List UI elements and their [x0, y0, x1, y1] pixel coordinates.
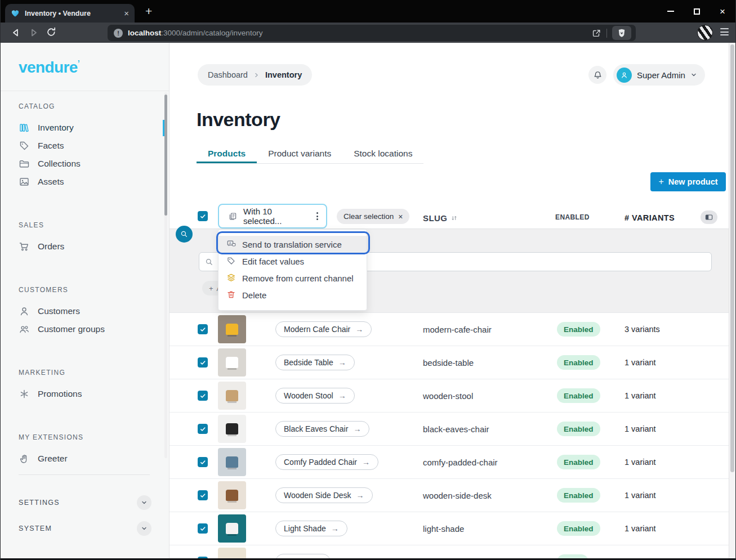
section-label: SETTINGS — [19, 499, 60, 507]
sidebar-section-system[interactable]: SYSTEM — [19, 516, 151, 541]
chevron-down-icon[interactable] — [137, 521, 151, 536]
nav-group-my-extensions: MY EXTENSIONS Greeter — [19, 433, 169, 468]
reload-button[interactable] — [46, 26, 57, 38]
breadcrumb[interactable]: Dashboard Inventory — [198, 64, 312, 86]
sidebar-item-inventory[interactable]: Inventory — [19, 119, 151, 137]
row-checkbox[interactable] — [198, 391, 208, 401]
search-fab-button[interactable] — [176, 226, 193, 243]
site-info-icon[interactable]: ! — [114, 29, 123, 38]
browser-profile-avatar[interactable] — [697, 25, 713, 41]
search-icon — [205, 258, 213, 266]
share-icon[interactable] — [591, 28, 601, 38]
row-checkbox[interactable] — [198, 357, 208, 368]
arrow-right-icon: → — [362, 458, 370, 467]
breadcrumb-dashboard[interactable]: Dashboard — [208, 70, 248, 79]
bulk-actions-menu: A Send to translation service Edit facet… — [218, 229, 367, 311]
vendure-logo: vendure’ — [19, 59, 169, 77]
sidebar-section-settings[interactable]: SETTINGS — [19, 490, 151, 516]
minimize-button[interactable] — [658, 0, 684, 23]
menu-item-remove-from-channel[interactable]: Remove from current channel — [218, 270, 367, 286]
sidebar-item-collections[interactable]: Collections — [19, 155, 151, 173]
product-name-link[interactable]: Wooden Stool→ — [275, 388, 355, 404]
sidebar-item-facets[interactable]: Facets — [19, 137, 151, 155]
notifications-button[interactable] — [588, 66, 606, 84]
sidebar-scrollbar-thumb[interactable] — [164, 95, 167, 216]
row-checkbox[interactable] — [198, 424, 208, 434]
tab-close-icon[interactable]: × — [124, 9, 129, 17]
sidebar: vendure’ CATALOG Inventory Facets Collec… — [1, 43, 169, 558]
sidebar-item-label: Promotions — [38, 389, 82, 399]
tab-product-variants[interactable]: Product variants — [257, 145, 342, 163]
table-row: Bedside Table→ bedside-table Enabled 1 v… — [169, 346, 729, 379]
product-name-link[interactable]: → — [275, 554, 331, 558]
status-badge: Enabled — [557, 488, 600, 503]
column-header-slug[interactable]: SLUG — [423, 213, 458, 223]
sidebar-item-promotions[interactable]: Promotions — [19, 385, 151, 403]
sidebar-item-customer-groups[interactable]: Customer groups — [19, 320, 151, 338]
window-controls: × — [658, 0, 735, 23]
column-header-enabled[interactable]: ENABLED — [555, 213, 590, 221]
sort-icon[interactable] — [450, 214, 458, 222]
user-menu[interactable]: Super Admin — [613, 64, 705, 86]
sidebar-item-assets[interactable]: Assets — [19, 173, 151, 191]
row-checkbox[interactable] — [198, 457, 208, 467]
window-close-button[interactable]: × — [710, 0, 735, 23]
tag-icon — [19, 140, 30, 151]
product-name-link[interactable]: Black Eaves Chair→ — [275, 421, 369, 437]
chevron-down-icon[interactable] — [137, 495, 151, 510]
row-checkbox[interactable] — [198, 523, 208, 534]
column-header-variants[interactable]: # VARIANTS — [625, 213, 675, 222]
page-scrollbar[interactable] — [729, 43, 735, 558]
cart-icon — [19, 241, 30, 252]
status-badge: Enabled — [557, 521, 600, 536]
product-slug: wooden-side-desk — [423, 491, 492, 500]
avatar — [617, 68, 632, 83]
brave-shield-icon[interactable] — [612, 26, 631, 40]
tab-products[interactable]: Products — [197, 145, 257, 163]
product-name-link[interactable]: Bedside Table→ — [275, 355, 355, 370]
page-scrollbar-thumb[interactable] — [730, 44, 734, 472]
sidebar-item-orders[interactable]: Orders — [19, 238, 151, 256]
menu-item-edit-facet-values[interactable]: Edit facet values — [218, 253, 367, 270]
product-name-link[interactable]: Modern Cafe Chair→ — [275, 321, 372, 337]
sidebar-item-label: Customers — [38, 306, 80, 316]
new-tab-button[interactable]: + — [145, 5, 152, 18]
table-row: Wooden Side Desk→ wooden-side-desk Enabl… — [169, 479, 729, 512]
url-bar[interactable]: ! localhost:3000/admin/catalog/inventory — [108, 25, 636, 41]
sidebar-item-label: Facets — [38, 141, 64, 151]
sidebar-item-customers[interactable]: Customers — [19, 302, 151, 320]
product-slug: bedside-table — [423, 358, 474, 368]
menu-item-delete[interactable]: Delete — [218, 286, 367, 303]
sidebar-item-label: Orders — [38, 241, 64, 252]
table-row: Wooden Stool→ wooden-stool Enabled 1 var… — [169, 379, 729, 413]
sidebar-item-greeter[interactable]: Greeter — [19, 450, 151, 468]
table-row: Light Shade→ light-shade Enabled 1 varia… — [169, 512, 729, 545]
back-button[interactable] — [10, 26, 22, 39]
row-checkbox[interactable] — [198, 490, 208, 500]
clear-selection-button[interactable]: Clear selection × — [337, 209, 409, 224]
menu-item-send-to-translation[interactable]: A Send to translation service — [218, 236, 367, 253]
select-all-checkbox[interactable] — [198, 211, 208, 221]
new-product-button[interactable]: + New product — [650, 172, 726, 191]
product-name-link[interactable]: Comfy Padded Chair→ — [275, 454, 378, 470]
product-name-link[interactable]: Wooden Side Desk→ — [275, 487, 373, 503]
user-name: Super Admin — [637, 70, 685, 80]
product-slug: comfy-padded-chair — [423, 458, 498, 467]
page-title: Inventory — [197, 109, 280, 131]
column-picker-button[interactable] — [701, 210, 717, 224]
product-name-link[interactable]: Light Shade→ — [275, 521, 347, 536]
maximize-button[interactable] — [684, 0, 710, 23]
forward-button[interactable] — [28, 26, 40, 39]
product-thumbnail — [218, 448, 246, 476]
browser-menu-icon[interactable] — [720, 28, 729, 35]
row-checkbox[interactable] — [198, 324, 208, 334]
hand-icon — [19, 453, 30, 464]
plus-icon: + — [209, 284, 213, 293]
product-slug: modern-cafe-chair — [423, 325, 492, 334]
nav-group-label: CATALOG — [19, 102, 169, 111]
bulk-actions-button[interactable]: With 10 selected... — [218, 204, 327, 229]
tab-stock-locations[interactable]: Stock locations — [342, 145, 423, 163]
nav-group-marketing: MARKETING Promotions — [19, 369, 169, 403]
browser-tab[interactable]: Inventory • Vendure × — [5, 4, 135, 23]
kebab-menu-icon[interactable] — [314, 212, 320, 220]
